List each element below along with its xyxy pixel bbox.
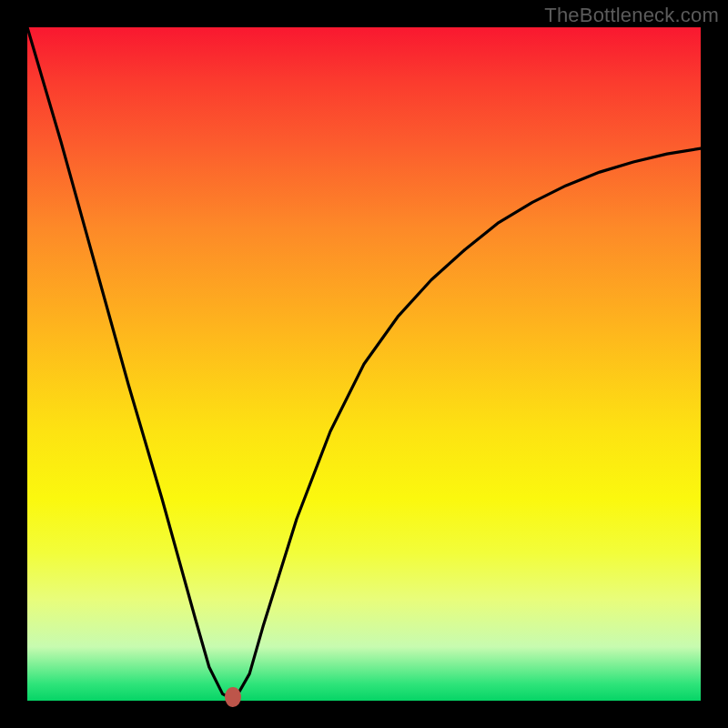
attribution-text: TheBottleneck.com bbox=[544, 4, 719, 27]
plot-area bbox=[27, 27, 701, 701]
chart-frame: TheBottleneck.com bbox=[0, 0, 728, 728]
optimal-point-marker bbox=[225, 687, 241, 707]
curve-layer bbox=[27, 27, 701, 701]
bottleneck-curve bbox=[27, 27, 701, 697]
